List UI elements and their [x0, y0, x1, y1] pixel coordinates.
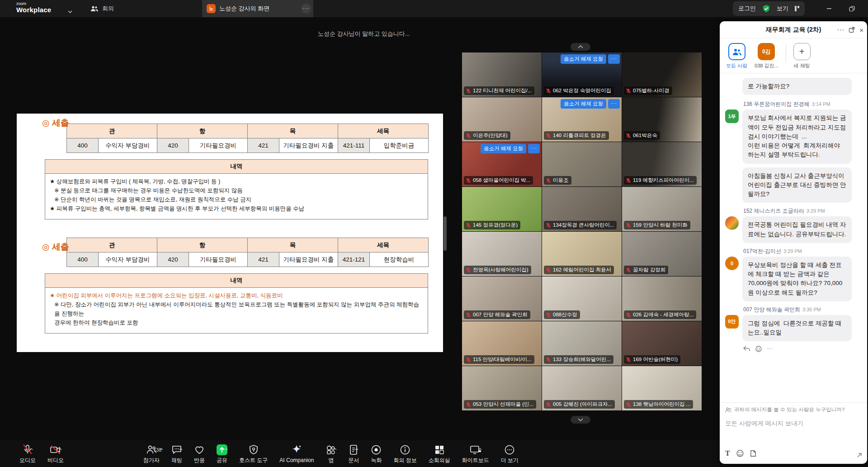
video-tile[interactable]: ··· 134장옥경 큰사랑어린이...	[542, 187, 622, 231]
chevron-down-icon[interactable]	[68, 7, 72, 15]
chat-input[interactable]: 모든 사람에게 메시지 보내기	[720, 417, 867, 446]
ai-companion-button[interactable]: AI Companion	[274, 440, 320, 467]
unmute-request-button[interactable]: 음소거 해제 요청	[561, 99, 606, 109]
video-tile[interactable]: ··· 미용조	[542, 142, 622, 186]
window-restore-button[interactable]	[842, 0, 862, 17]
video-tile[interactable]: ··· 162 예림어린이집 최윤서	[542, 232, 622, 276]
tab-meeting[interactable]: 회의	[90, 0, 114, 17]
unmute-request-button[interactable]: 음소거 해제 요청	[561, 54, 606, 64]
mic-muted-icon	[546, 88, 551, 94]
emoji-reaction-icon[interactable]	[755, 346, 762, 352]
send-arrow-icon[interactable]	[856, 452, 863, 458]
tab-screen-share[interactable]: 노 노성순 강사의 화면	[202, 0, 313, 17]
view-button[interactable]: 보기	[777, 5, 788, 13]
avatar: 0	[725, 257, 739, 270]
video-button[interactable]: 비디오	[42, 440, 70, 467]
participant-name-pill: 꿈자람 강정희	[624, 266, 668, 274]
video-tile[interactable]: ··· 053 안양시 선재마을 (민...	[462, 366, 542, 410]
login-button[interactable]: 로그인	[738, 5, 756, 13]
tile-more-button[interactable]: ···	[608, 99, 620, 109]
chevron-up-icon[interactable]	[355, 448, 359, 450]
tile-more-button[interactable]: ···	[608, 54, 620, 64]
security-shield-icon[interactable]	[762, 5, 770, 13]
video-tile[interactable]: ··· 115 안양/대림베이비/이...	[462, 321, 542, 366]
pop-out-icon[interactable]	[849, 27, 855, 33]
video-tile[interactable]: 음소거 해제 요청 ··· 058 샘마을어린이집 박...	[462, 142, 542, 186]
more-actions-icon[interactable]: ···	[767, 346, 773, 352]
view-layout-icon[interactable]	[795, 6, 799, 11]
chat-tab-direct[interactable]: 0김 038 김진...	[755, 43, 778, 69]
apps-button[interactable]: 앱	[320, 440, 342, 467]
document-scrollbar[interactable]	[443, 216, 447, 251]
chevron-up-icon[interactable]	[58, 448, 62, 450]
tile-more-button[interactable]: ···	[528, 144, 540, 153]
share-button[interactable]: 공유	[211, 440, 233, 467]
chat-button[interactable]: 채팅	[165, 440, 188, 467]
video-tile[interactable]: ··· 꿈자람 강정희	[622, 232, 702, 276]
chat-bubble: 전국공통 어린이집 필요경비 내역 자료에는 없습니다. 공유부탁드립니다.	[742, 216, 852, 243]
video-tile[interactable]: ··· 005 강혜진 (아이파크자...	[542, 366, 622, 410]
gallery-collapse-down-button[interactable]	[571, 416, 590, 424]
audio-button[interactable]: 오디오	[14, 440, 42, 467]
detail-box: 내역 ★ 상해보험료와 피복류 구입비 ( 체육복, 가방, 수첩, 명찰구입비…	[45, 159, 428, 219]
more-button[interactable]: 더 보기	[495, 440, 524, 467]
chat-close-icon[interactable]: ×	[859, 26, 863, 34]
chevron-up-icon[interactable]	[224, 448, 228, 450]
reactions-button[interactable]: 반응	[188, 440, 211, 467]
video-tile[interactable]: ··· 122 티니천재 어린이집/...	[462, 52, 542, 97]
col-header: 세목	[338, 238, 429, 253]
chat-tab-label: 038 김진...	[755, 62, 778, 69]
video-tile[interactable]: ··· 061박은숙	[622, 97, 702, 142]
video-tile[interactable]: ··· 169 어반숲(허현미)	[622, 321, 702, 366]
video-tile[interactable]: ··· 이은주(안양대)	[462, 97, 542, 142]
unmute-request-button[interactable]: 음소거 해제 요청	[481, 144, 526, 153]
text-format-icon[interactable]: T	[725, 449, 730, 457]
chat-message-group: 017덕전-김미선3:29 PM 0 무상보육비 정산을 할 때 세출 전표에 …	[725, 248, 862, 301]
host-tools-button[interactable]: 호스트 도구	[233, 440, 274, 467]
cell: 기타필요경비 지출	[279, 138, 338, 153]
sender-name: 007 안양 해와솔 곽민희	[743, 306, 800, 313]
record-icon	[371, 444, 382, 455]
chat-tab-new[interactable]: + 새 채팅	[793, 43, 811, 69]
chat-bubble: 부모님 회사에서 복지로 지원되는 금액이 모두 전입금 처리하라고 지도점검시…	[742, 110, 852, 163]
breakout-rooms-button[interactable]: 소회의실	[423, 440, 456, 467]
record-button[interactable]: 녹화	[365, 440, 387, 467]
video-tile[interactable]: ··· 026 김애숙 - 세경예아랑...	[622, 276, 702, 321]
chevron-up-icon[interactable]	[478, 448, 482, 450]
participants-button[interactable]: 138 참가자	[137, 440, 165, 467]
video-tile[interactable]: ··· 119 예향키즈피아어린이...	[622, 142, 702, 186]
video-tile[interactable]: ··· 088신수정	[542, 276, 622, 321]
chevron-up-icon[interactable]	[179, 448, 183, 450]
chevron-up-icon[interactable]	[333, 448, 337, 450]
chat-more-button[interactable]: ···	[837, 26, 844, 34]
avatar	[725, 216, 739, 230]
video-tile[interactable]: ··· 159 안양시 하람 천미화	[622, 187, 702, 231]
toolbar-label: 참가자	[143, 457, 160, 464]
video-tile[interactable]: ··· 133 장승희(해와달어린...	[542, 321, 622, 366]
participant-name: 088신수정	[553, 311, 577, 318]
video-tile[interactable]: ··· 138 햇님아이어린이집 ...	[622, 366, 702, 410]
cell: 수익자 부담경비	[99, 138, 157, 153]
video-tile[interactable]: ··· 007 안양 해와솔 곽민희	[462, 276, 542, 321]
mic-muted-icon	[626, 357, 631, 362]
file-attach-icon[interactable]	[750, 450, 756, 457]
chevron-up-icon[interactable]	[29, 448, 33, 450]
video-tile[interactable]: ··· 전영옥(사랑해어린이집)	[462, 232, 542, 276]
whiteboard-button[interactable]: 화이트보드	[456, 440, 495, 467]
gallery-collapse-up-button[interactable]	[571, 43, 590, 51]
docs-button[interactable]: 문서	[342, 440, 365, 467]
cell: 421-111	[338, 138, 370, 153]
video-tile[interactable]: 음소거 해제 요청 ··· 140 리틀큐피트 정경은	[542, 97, 622, 142]
video-tile[interactable]: ··· 075별하-사미경	[622, 52, 702, 97]
video-tile[interactable]: ··· 145 정유경(정다운)	[462, 187, 542, 231]
reply-icon[interactable]	[743, 346, 750, 352]
chevron-up-icon[interactable]	[160, 448, 163, 450]
participant-name-pill: 053 안양시 선재마을 (민...	[464, 400, 536, 409]
window-minimize-button[interactable]	[819, 0, 839, 17]
tab-more-button[interactable]: ···	[301, 4, 311, 14]
meeting-info-button[interactable]: 회의 정보	[387, 440, 422, 467]
video-tile[interactable]: 음소거 해제 요청 ··· 062 박은정 숙명어린이집	[542, 52, 622, 97]
emoji-icon[interactable]	[736, 450, 744, 457]
toolbar-label: 화이트보드	[462, 457, 489, 464]
chat-tab-everyone[interactable]: 모든 사람	[726, 43, 747, 69]
